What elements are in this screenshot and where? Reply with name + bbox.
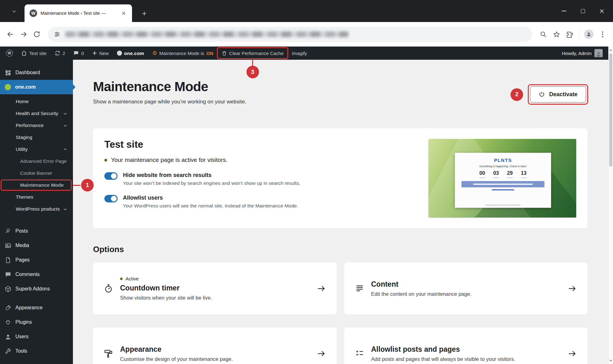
sidebar-item-utility[interactable]: Utility [0,143,73,155]
card-title: Allowlist posts and pages [371,345,561,354]
tab-search-button[interactable] [9,6,19,17]
navbar-divider [579,30,579,39]
annotation-circle-3: 3 [246,66,259,78]
site-info-icon[interactable] [54,31,60,37]
sidebar-label: Cookie Banner [20,170,52,176]
arrow-right-icon[interactable] [567,349,577,358]
scrollbar-down-icon[interactable] [609,358,613,363]
arrow-right-icon[interactable] [567,284,577,293]
howdy-label[interactable]: Howdy, Admin [562,51,592,56]
sidebar-item-pages[interactable]: Pages [0,253,73,267]
sidebar-item-staging[interactable]: Staging [0,131,73,143]
close-icon [599,9,604,14]
scrollbar-up-icon[interactable] [609,47,613,52]
active-status-dot [104,159,107,162]
allowlist-posts-pages-card[interactable]: Allowlist posts and pages Add posts and … [344,328,588,364]
annotation-circle-1: 1 [81,179,94,191]
minimize-button[interactable] [555,0,573,22]
options-grid: Active Countdown timer Show visitors whe… [93,262,588,364]
maintenance-page-preview: PLNTS Something is happening. Check in l… [428,139,576,218]
paint-roller-icon [104,349,113,358]
user-icon [5,334,11,340]
profile-avatar[interactable] [584,30,594,39]
onecom-menu[interactable]: one.com [113,47,148,60]
wp-logo-menu[interactable]: W [2,47,17,60]
close-button[interactable] [592,0,611,22]
sidebar-item-health-and-security[interactable]: Health and Security [0,108,73,119]
extensions-icon[interactable] [566,30,574,38]
sidebar-item-appearance[interactable]: Appearance [0,301,73,315]
sidebar-item-posts[interactable]: Posts [0,224,73,238]
sidebar-label: Utility [16,146,28,152]
back-button[interactable] [6,30,14,38]
sidebar-item-dashboard[interactable]: Dashboard [0,65,73,80]
sidebar-item-wordpress-products[interactable]: WordPress products [0,203,73,215]
comments-menu[interactable]: 0 [69,47,88,60]
sidebar-item-media[interactable]: Media [0,238,73,253]
sidebar-item-maintenance-mode[interactable]: Maintenance Mode 1 [0,179,73,191]
countdown-days: 00 [479,170,485,176]
sidebar-item-home[interactable]: Home [0,96,73,108]
status-card: Test site Your maintenance page is activ… [93,128,588,228]
browser-tab[interactable]: W Maintenance Mode ‹ Test site — [25,4,132,22]
arrow-right-icon[interactable] [317,349,326,358]
sidebar-item-superb-addons[interactable]: Superb Addons [0,282,73,296]
appearance-card[interactable]: Appearance Customise the design of your … [93,328,337,364]
new-content-menu[interactable]: New [88,47,113,60]
maintenance-status-label: Maintenance Mode is [159,51,204,56]
minimize-icon [562,11,566,11]
options-heading: Options [93,245,588,254]
content-card[interactable]: Content Edit the content on your mainten… [344,262,588,314]
site-name-menu[interactable]: Test site [17,47,51,60]
plus-icon [92,51,97,56]
chevron-down-icon [12,9,16,14]
sidebar-label: Themes [16,194,33,200]
sidebar-item-cookie-banner[interactable]: Cookie Banner [0,167,73,179]
card-description: Customise the design of your maintenance… [120,356,310,362]
clear-performance-cache-menu[interactable]: Clear Performance Cache 3 [218,47,288,60]
page-scrollbar[interactable] [608,47,613,364]
deactivate-button[interactable]: Deactivate [530,86,586,102]
allowlist-users-toggle[interactable] [104,195,118,202]
sidebar-item-performance[interactable]: Performance [0,119,73,131]
hide-from-search-toggle[interactable] [104,172,118,180]
imagify-menu[interactable]: Imagify [288,47,311,60]
sidebar-item-users[interactable]: Users [0,329,73,344]
reload-button[interactable] [33,30,41,38]
maintenance-mode-status-menu[interactable]: ⚙ Maintenance Mode is ON [148,47,218,60]
tab-title: Maintenance Mode ‹ Test site — [41,11,117,16]
forward-button[interactable] [19,30,28,38]
updates-menu[interactable]: 2 [51,47,69,60]
scrollbar-thumb[interactable] [609,53,612,167]
clear-cache-label: Clear Performance Cache [229,51,284,56]
sidebar-item-comments[interactable]: Comments [0,267,73,282]
browser-window: W Maintenance Mode ‹ Test site — [0,0,613,364]
sidebar-item-onecom[interactable]: one.com [0,80,73,94]
arrow-right-icon[interactable] [317,284,326,293]
deactivate-label: Deactivate [549,91,577,98]
page-icon [5,257,11,263]
zoom-icon[interactable] [539,30,547,38]
sidebar-item-tools[interactable]: Tools [0,344,73,358]
annotation-circle-2: 2 [511,88,523,101]
tab-close-icon[interactable] [120,10,127,17]
sidebar-label: Posts [15,228,28,234]
bookmark-star-icon[interactable] [552,30,561,38]
preview-card: PLNTS Something is happening. Check in l… [455,153,551,208]
maximize-button[interactable] [573,0,592,22]
sidebar-item-themes[interactable]: Themes [0,191,73,203]
sidebar-item-plugins[interactable]: Plugins [0,315,73,329]
toggle-description: Your WordPress users will see the normal… [123,203,298,209]
sidebar-label: Media [15,243,29,248]
sidebar-label: one.com [15,84,36,90]
browser-menu-icon[interactable] [599,31,607,37]
countdown-timer-card[interactable]: Active Countdown timer Show visitors whe… [93,262,337,314]
sidebar-item-advanced-error-page[interactable]: Advanced Error Page [0,155,73,167]
new-tab-button[interactable] [140,9,149,18]
card-description: Show visitors when your site will be liv… [120,295,310,301]
admin-avatar[interactable] [594,49,603,57]
onecom-logo-icon [5,84,11,90]
card-title: Content [371,280,561,289]
comment-icon [73,50,79,56]
address-bar[interactable] [48,27,532,42]
